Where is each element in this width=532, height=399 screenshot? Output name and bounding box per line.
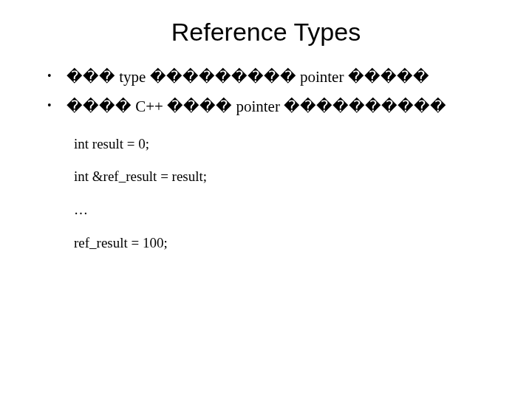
bullet-list: ��� type ��������� pointer ����� ���� C+…	[47, 67, 510, 117]
code-line: …	[74, 202, 510, 219]
code-line: ref_result = 100;	[74, 235, 510, 252]
code-block: int result = 0; int &ref_result = result…	[74, 136, 510, 252]
code-line: int result = 0;	[74, 136, 510, 153]
slide-title: Reference Types	[22, 18, 510, 47]
bullet-item: ���� C++ ���� pointer ����������	[47, 97, 510, 116]
slide: Reference Types ��� type ��������� point…	[0, 0, 532, 399]
code-line: int &ref_result = result;	[74, 168, 510, 185]
bullet-item: ��� type ��������� pointer �����	[47, 67, 510, 86]
